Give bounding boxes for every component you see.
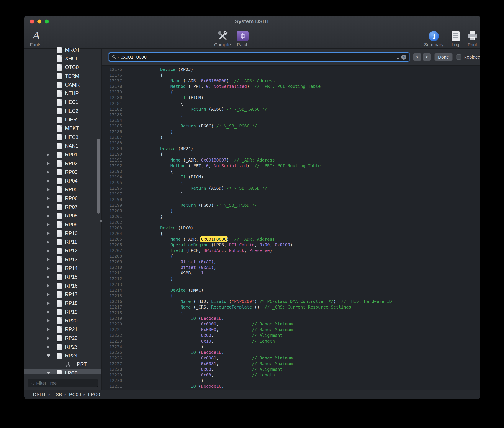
- patch-button[interactable]: Patch: [226, 29, 259, 47]
- disclosure-collapsed-icon[interactable]: [47, 205, 50, 209]
- clear-search-button[interactable]: ×: [401, 55, 406, 60]
- tree-item-rp15[interactable]: RP15: [24, 273, 101, 281]
- code-token: Name: [181, 305, 191, 310]
- breadcrumb-item[interactable]: PC00: [69, 392, 81, 397]
- code-line-text: }: [126, 214, 163, 219]
- zoom-button[interactable]: [45, 19, 49, 24]
- disclosure-collapsed-icon[interactable]: [47, 328, 50, 331]
- splitter-handle[interactable]: [100, 220, 102, 222]
- tree-item-hec1[interactable]: HEC1: [24, 98, 101, 107]
- tree-item-rp12[interactable]: RP12: [24, 247, 101, 255]
- tree-item-mrot[interactable]: MROT: [24, 46, 101, 54]
- tree-item-rp07[interactable]: RP07: [24, 203, 101, 211]
- titlebar[interactable]: System DSDT: [24, 16, 480, 27]
- disclosure-expanded-icon[interactable]: [47, 372, 50, 374]
- tree-item-hec2[interactable]: HEC2: [24, 107, 101, 115]
- disclosure-collapsed-icon[interactable]: [47, 249, 50, 253]
- disclosure-collapsed-icon[interactable]: [47, 170, 50, 174]
- code-token: {: [140, 101, 183, 106]
- tree-item-xhci[interactable]: XHCI: [24, 54, 101, 63]
- code-line-text: 0x10, // Length: [126, 338, 275, 344]
- minimize-button[interactable]: [37, 19, 41, 24]
- disclosure-collapsed-icon[interactable]: [47, 275, 50, 279]
- tree-item-rp11[interactable]: RP11: [24, 238, 101, 247]
- tree-item-otg0[interactable]: OTG0: [24, 63, 101, 72]
- tree-item-rp14[interactable]: RP14: [24, 264, 101, 272]
- disclosure-collapsed-icon[interactable]: [47, 188, 50, 191]
- tree-item-rp08[interactable]: RP08: [24, 212, 101, 220]
- tree-item-rp21[interactable]: RP21: [24, 325, 101, 334]
- replace-checkbox[interactable]: [456, 54, 461, 60]
- tree-item-rp20[interactable]: RP20: [24, 316, 101, 325]
- disclosure-collapsed-icon[interactable]: [47, 240, 50, 244]
- tree-item-camr[interactable]: CAMR: [24, 81, 101, 89]
- disclosure-collapsed-icon[interactable]: [47, 310, 50, 314]
- tree-item-rp03[interactable]: RP03: [24, 168, 101, 176]
- tree-item-rp23[interactable]: RP23: [24, 343, 101, 351]
- code-token: Return: [181, 123, 196, 129]
- find-bar: ▾ 0x001F0000 2 × < > Done Replace: [102, 49, 480, 66]
- disclosure-collapsed-icon[interactable]: [47, 337, 50, 340]
- tree-item-rp19[interactable]: RP19: [24, 308, 101, 316]
- disclosure-collapsed-icon[interactable]: [47, 153, 50, 156]
- print-button[interactable]: Print: [456, 29, 480, 47]
- done-button[interactable]: Done: [434, 53, 453, 61]
- tree-item-rp17[interactable]: RP17: [24, 290, 101, 299]
- code-token: [140, 163, 170, 168]
- code-line-text: [126, 197, 140, 203]
- tree-item-lpc0[interactable]: LPC0: [24, 369, 101, 374]
- tree-item-rp10[interactable]: RP10: [24, 229, 101, 238]
- tree-item-term[interactable]: TERM: [24, 72, 101, 81]
- breadcrumb-item[interactable]: LPC0: [88, 392, 100, 397]
- tree-item-rp02[interactable]: RP02: [24, 159, 101, 168]
- disclosure-collapsed-icon[interactable]: [47, 231, 50, 235]
- code-token: ,: [209, 163, 214, 168]
- tree-item-_prt[interactable]: _PRT: [24, 360, 101, 369]
- disclosure-collapsed-icon[interactable]: [47, 214, 50, 218]
- find-next-button[interactable]: >: [423, 53, 431, 61]
- tree-item-rp05[interactable]: RP05: [24, 185, 101, 194]
- disclosure-collapsed-icon[interactable]: [47, 162, 50, 165]
- tree-item-rp04[interactable]: RP04: [24, 176, 101, 185]
- sidebar-scrollbar[interactable]: [97, 139, 100, 214]
- disclosure-collapsed-icon[interactable]: [47, 267, 50, 270]
- chevron-down-icon[interactable]: ▾: [117, 56, 119, 59]
- disclosure-collapsed-icon[interactable]: [47, 284, 50, 288]
- disclosure-collapsed-icon[interactable]: [47, 179, 50, 183]
- tree-item-hec3[interactable]: HEC3: [24, 133, 101, 142]
- tree-item-rp09[interactable]: RP09: [24, 220, 101, 229]
- tree-item-rp13[interactable]: RP13: [24, 255, 101, 264]
- tree-item-rp18[interactable]: RP18: [24, 299, 101, 308]
- breadcrumb-item[interactable]: DSDT: [33, 392, 46, 397]
- disclosure-collapsed-icon[interactable]: [47, 197, 50, 200]
- code-token: 1: [201, 271, 204, 276]
- fonts-button[interactable]: A Fonts: [24, 29, 52, 47]
- tree-item-rp06[interactable]: RP06: [24, 194, 101, 203]
- search-input[interactable]: ▾ 0x001F0000 2 ×: [109, 52, 409, 62]
- tree-item-rp16[interactable]: RP16: [24, 281, 101, 290]
- disclosure-collapsed-icon[interactable]: [47, 258, 50, 261]
- code-line: 12189 Device (RP24): [102, 146, 480, 152]
- code-token: // _ADR: Address: [234, 237, 275, 242]
- disclosure-collapsed-icon[interactable]: [47, 345, 50, 349]
- tree-item-nthp[interactable]: NTHP: [24, 89, 101, 98]
- disclosure-collapsed-icon[interactable]: [47, 302, 50, 305]
- code-token: 0x0000: [201, 327, 216, 332]
- close-button[interactable]: [30, 19, 34, 24]
- disclosure-collapsed-icon[interactable]: [47, 293, 50, 296]
- disclosure-expanded-icon[interactable]: [47, 354, 50, 357]
- code-line: 12199 Return (PG6D) /* \_SB_.PG6D */: [102, 203, 480, 208]
- tree-item-rp24[interactable]: RP24: [24, 351, 101, 360]
- tree-item-ider[interactable]: IDER: [24, 115, 101, 124]
- tree-item-nan1[interactable]: NAN1: [24, 142, 101, 150]
- code-token: // Length: [252, 372, 275, 378]
- disclosure-collapsed-icon[interactable]: [47, 319, 50, 322]
- tree-item-rp01[interactable]: RP01: [24, 150, 101, 159]
- find-previous-button[interactable]: <: [413, 53, 421, 61]
- breadcrumb-item[interactable]: _SB: [53, 392, 62, 397]
- code-editor[interactable]: 12175 Device (RP23)12176 {12177 Name (_A…: [102, 66, 480, 390]
- tree-item-mekt[interactable]: MEKT: [24, 124, 101, 133]
- tree-item-rp22[interactable]: RP22: [24, 334, 101, 343]
- disclosure-collapsed-icon[interactable]: [47, 223, 50, 226]
- filter-tree-input[interactable]: Filter Tree: [28, 379, 98, 387]
